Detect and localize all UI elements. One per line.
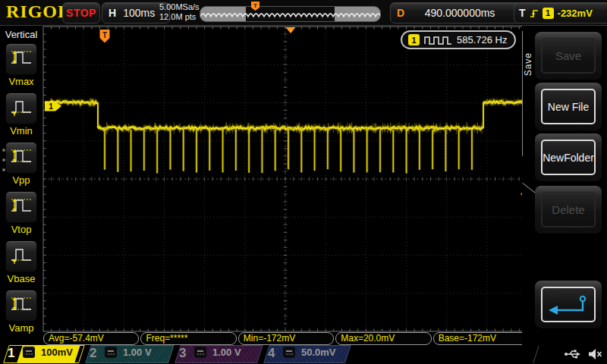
freq-counter-value: 585.726 Hz: [457, 34, 508, 46]
speaker-muted-icon[interactable]: [587, 347, 602, 361]
menu-item-label: Vbase: [0, 273, 42, 284]
channel-number: 3: [179, 346, 186, 361]
svg-text:T: T: [102, 31, 107, 39]
ch1-waveform: [46, 98, 526, 174]
trigger-position-marker[interactable]: T: [100, 30, 110, 43]
channel-scale: 1.00 V: [212, 347, 241, 358]
return-arrow-icon: [545, 293, 592, 316]
oscilloscope-screen: T1T RIGOL STOP H 100ms 5.00MSa/s 12.0M p…: [0, 0, 607, 364]
channel-3-button[interactable]: 31.00 V: [175, 345, 257, 363]
menu-item-vbase[interactable]: Vbase: [0, 240, 42, 287]
vmax-pulse-icon: [9, 47, 33, 71]
delay-label: D: [397, 7, 404, 19]
channel-number: 2: [90, 346, 96, 361]
channel-number: 1: [8, 346, 14, 361]
vamp-pulse-icon: [9, 293, 33, 318]
vpp-pulse-icon: [9, 146, 33, 170]
softkey-delete[interactable]: Delete: [535, 186, 602, 234]
measurement-max: Max=20.0mV: [335, 332, 431, 345]
channel-2-button[interactable]: 21.00 V: [85, 345, 168, 363]
waveform-display: T1T: [0, 0, 607, 364]
trigger-source-badge: 1: [543, 8, 554, 19]
softkey-back[interactable]: [535, 281, 602, 328]
vmin-pulse-icon: [9, 96, 33, 121]
coupling-icon: [194, 347, 206, 358]
trigger-level-value: -232mV: [558, 8, 593, 19]
svg-text:T: T: [253, 2, 257, 9]
channel1-ground-marker[interactable]: 1: [45, 102, 61, 111]
delay-box[interactable]: D 490.000000ms: [390, 2, 522, 24]
save-menu-tab-title: Save: [523, 52, 534, 76]
save-menu: Save Save New File NewFolder Delete: [522, 25, 607, 345]
menu-item-vamp[interactable]: Vamp: [0, 290, 42, 337]
acquisition-info: 5.00MSa/s 12.0M pts: [159, 2, 200, 22]
menu-item-label: Vpp: [0, 174, 42, 186]
measurement-base: Base=-172mV: [433, 332, 529, 345]
menu-page-dots: [2, 149, 5, 171]
channel-scale: 50.0mV: [301, 347, 336, 358]
coupling-icon: [283, 347, 295, 358]
measurement-min: Min=-172mV: [238, 332, 334, 345]
memory-position-bar[interactable]: [200, 6, 381, 22]
menu-item-vmax[interactable]: Vmax: [0, 43, 42, 90]
delay-value: 490.000000ms: [404, 7, 515, 19]
menu-item-vpp[interactable]: Vpp: [0, 142, 42, 189]
channel-number: 4: [268, 346, 275, 361]
vbase-pulse-icon: [9, 244, 33, 268]
channel-scale: 1.00 V: [123, 347, 152, 358]
memory-wave-icon: [200, 7, 380, 21]
usb-icon: [564, 347, 582, 361]
measurement-freq: Freq=*****: [140, 332, 236, 345]
measurement-bar: Avg=-57.4mV Freq=***** Min=-172mV Max=20…: [43, 332, 529, 345]
timebase-value: 100ms: [123, 7, 155, 19]
measure-menu-title: Vertical: [0, 25, 42, 44]
rigol-logo: RIGOL: [6, 2, 71, 22]
coupling-icon: [23, 347, 35, 358]
delay-position-triangle[interactable]: [286, 27, 296, 33]
run-state-button[interactable]: STOP: [62, 2, 100, 24]
channel-1-button[interactable]: 1100mV: [3, 345, 79, 363]
square-wave-icon: [424, 35, 452, 46]
horizontal-label: H: [109, 7, 116, 19]
softkey-save[interactable]: Save: [535, 32, 602, 80]
divider: [533, 346, 539, 363]
menu-item-label: Vmin: [0, 125, 42, 136]
menu-item-label: Vmax: [0, 76, 42, 87]
measure-menu: Vertical Vmax Vmin Vpp Vtop Vbase Vamp: [0, 25, 42, 345]
save-menu-tab: Save: [522, 31, 534, 156]
trigger-label: T: [519, 7, 526, 19]
svg-text:1: 1: [49, 102, 53, 111]
sample-rate: 5.00MSa/s: [159, 2, 200, 12]
measurement-avg: Avg=-57.4mV: [43, 332, 139, 345]
freq-counter-badge: 1 585.726 Hz: [401, 30, 516, 49]
softkey-new-file[interactable]: New File: [535, 83, 602, 130]
menu-item-vmin[interactable]: Vmin: [0, 93, 42, 140]
rising-edge-icon: [530, 8, 539, 19]
menu-item-vtop[interactable]: Vtop: [0, 191, 42, 238]
freq-counter-channel-badge: 1: [408, 34, 420, 46]
menu-item-label: Vtop: [0, 224, 42, 235]
channel-bar: 1100mV 21.00 V 31.00 V 450.0mV: [0, 345, 607, 364]
trigger-box[interactable]: T 1 -232mV: [514, 2, 607, 24]
memory-depth: 12.0M pts: [159, 12, 200, 22]
channel-scale: 100mV: [41, 347, 73, 358]
coupling-icon: [105, 347, 117, 358]
status-bar: RIGOL STOP H 100ms 5.00MSa/s 12.0M pts T…: [0, 0, 607, 26]
memory-trigger-flag-icon: T: [250, 1, 260, 11]
channel-4-button[interactable]: 450.0mV: [263, 345, 345, 363]
menu-item-label: Vamp: [0, 322, 42, 334]
vtop-pulse-icon: [9, 195, 33, 219]
softkey-new-folder[interactable]: NewFolder: [535, 133, 602, 181]
